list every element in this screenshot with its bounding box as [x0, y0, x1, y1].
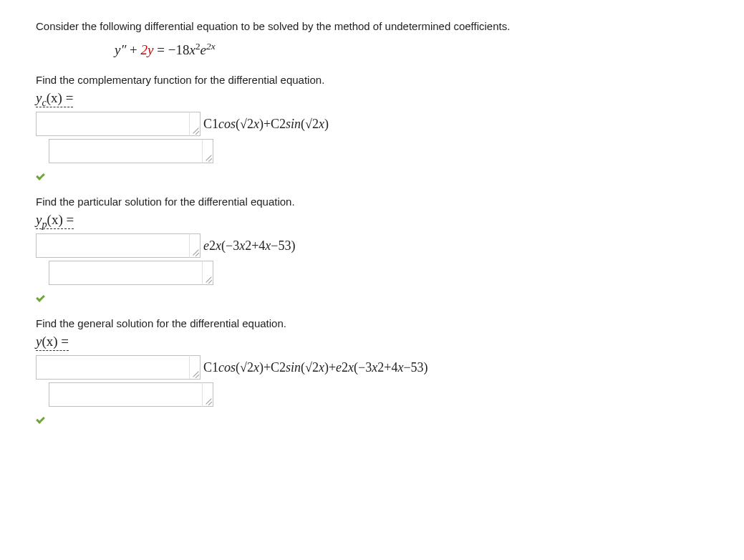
eq-lhs-y2: y″ [115, 42, 126, 57]
label-yp-sub: p [42, 218, 47, 230]
resize-handle-icon[interactable] [202, 139, 213, 163]
answer-input-y[interactable] [36, 355, 189, 380]
answer-input-yc-2[interactable] [49, 139, 202, 163]
eq-rhs-x: x [189, 42, 195, 57]
problem-intro: Consider the following differential equa… [36, 20, 708, 32]
label-yc-arg: (x) = [47, 90, 74, 105]
label-yp-arg: (x) = [47, 212, 74, 227]
eq-rhs-e: e [201, 42, 206, 57]
eq-equals: = [154, 42, 168, 57]
eq-rhs-square: 2 [195, 41, 201, 52]
answer-display-yp: e2x(−3x2+4x−53) [203, 238, 295, 254]
answer-display-yc: C1cos(√2x)+C2sin(√2x) [203, 117, 329, 132]
label-yp: yp(x) = [36, 212, 74, 229]
check-icon [36, 168, 49, 180]
label-yc: yc(x) = [36, 90, 73, 107]
answer-input-yp-2[interactable] [49, 261, 202, 285]
eq-rhs-exp: 2x [206, 41, 216, 52]
prompt-general: Find the general solution for the differ… [36, 317, 708, 329]
label-y: y(x) = [36, 334, 69, 351]
answer-input-yc[interactable] [36, 112, 189, 136]
differential-equation: y″ + 2y = −18x2e2x [115, 42, 708, 58]
prompt-particular: Find the particular solution for the dif… [36, 195, 708, 208]
eq-red-term: 2y [141, 42, 154, 57]
answer-input-yp[interactable] [36, 233, 189, 258]
resize-handle-icon[interactable] [202, 261, 213, 285]
prompt-complementary: Find the complementary function for the … [36, 74, 708, 86]
eq-rhs-coef: −18 [168, 42, 190, 57]
eq-plus: + [126, 42, 140, 57]
resize-handle-icon[interactable] [189, 112, 201, 136]
resize-handle-icon[interactable] [189, 233, 201, 258]
answer-display-y: C1cos(√2x)+C2sin(√2x)+e2x(−3x2+4x−53) [203, 360, 428, 375]
answer-input-y-2[interactable] [49, 382, 202, 407]
resize-handle-icon[interactable] [189, 355, 201, 380]
resize-handle-icon[interactable] [202, 382, 213, 407]
check-icon [36, 411, 49, 424]
check-icon [36, 289, 49, 302]
label-y-arg: (x) = [42, 334, 69, 349]
